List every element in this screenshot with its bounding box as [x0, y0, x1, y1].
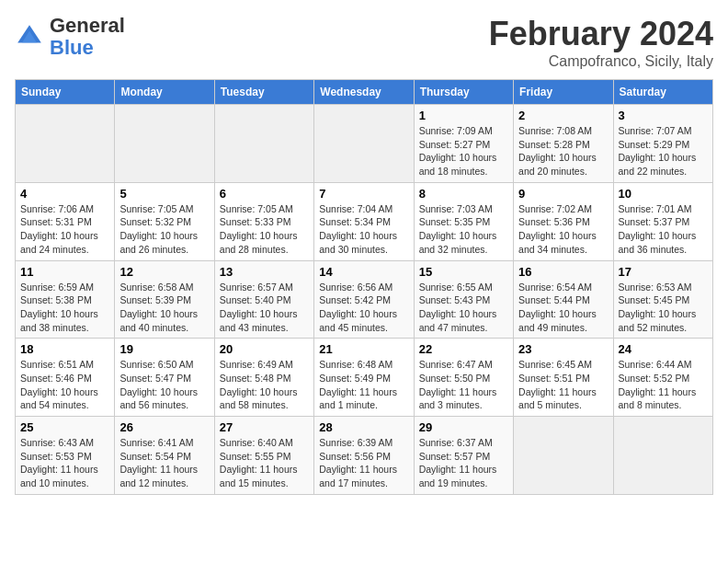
day-number: 12 — [119, 265, 209, 279]
cell-details: Sunrise: 7:05 AM Sunset: 5:33 PM Dayligh… — [220, 202, 309, 257]
calendar-cell: 16Sunrise: 6:54 AM Sunset: 5:44 PM Dayli… — [514, 260, 613, 339]
calendar-cell — [214, 105, 313, 183]
day-number: 18 — [20, 342, 109, 356]
calendar-cell: 11Sunrise: 6:59 AM Sunset: 5:38 PM Dayli… — [16, 260, 115, 339]
calendar-cell — [115, 105, 214, 183]
cell-details: Sunrise: 7:07 AM Sunset: 5:29 PM Dayligh… — [619, 124, 708, 178]
cell-details: Sunrise: 7:02 AM Sunset: 5:36 PM Dayligh… — [518, 202, 608, 257]
day-number: 4 — [20, 187, 109, 201]
cell-details: Sunrise: 6:41 AM Sunset: 5:54 PM Dayligh… — [119, 436, 209, 490]
cell-details: Sunrise: 6:47 AM Sunset: 5:50 PM Dayligh… — [419, 358, 508, 412]
calendar-cell — [314, 105, 414, 183]
day-number: 28 — [319, 420, 408, 434]
calendar-cell: 12Sunrise: 6:58 AM Sunset: 5:39 PM Dayli… — [115, 260, 214, 339]
calendar-cell — [16, 105, 115, 183]
cell-details: Sunrise: 7:03 AM Sunset: 5:35 PM Dayligh… — [419, 202, 508, 257]
day-number: 25 — [20, 420, 109, 434]
day-number: 7 — [319, 187, 408, 201]
day-number: 21 — [319, 342, 408, 356]
cell-details: Sunrise: 6:39 AM Sunset: 5:56 PM Dayligh… — [319, 436, 408, 490]
day-number: 16 — [518, 265, 608, 279]
day-number: 9 — [518, 187, 608, 201]
calendar-cell: 6Sunrise: 7:05 AM Sunset: 5:33 PM Daylig… — [214, 182, 313, 260]
day-number: 13 — [220, 265, 309, 279]
cell-details: Sunrise: 6:40 AM Sunset: 5:55 PM Dayligh… — [220, 436, 309, 490]
calendar-cell: 20Sunrise: 6:49 AM Sunset: 5:48 PM Dayli… — [214, 339, 313, 417]
day-number: 14 — [319, 265, 408, 279]
cell-details: Sunrise: 6:49 AM Sunset: 5:48 PM Dayligh… — [220, 358, 309, 412]
calendar-cell: 10Sunrise: 7:01 AM Sunset: 5:37 PM Dayli… — [613, 182, 712, 260]
logo-general: General — [50, 14, 125, 37]
day-number: 23 — [518, 342, 608, 356]
calendar-cell: 5Sunrise: 7:05 AM Sunset: 5:32 PM Daylig… — [115, 182, 214, 260]
day-number: 3 — [619, 109, 708, 122]
day-number: 11 — [20, 265, 109, 279]
calendar-cell: 19Sunrise: 6:50 AM Sunset: 5:47 PM Dayli… — [115, 339, 214, 417]
weekday-header: Monday — [115, 80, 214, 105]
cell-details: Sunrise: 7:08 AM Sunset: 5:28 PM Dayligh… — [518, 124, 608, 178]
cell-details: Sunrise: 7:09 AM Sunset: 5:27 PM Dayligh… — [419, 124, 508, 178]
calendar-cell: 9Sunrise: 7:02 AM Sunset: 5:36 PM Daylig… — [514, 182, 613, 260]
calendar-cell: 29Sunrise: 6:37 AM Sunset: 5:57 PM Dayli… — [414, 417, 513, 495]
cell-details: Sunrise: 6:44 AM Sunset: 5:52 PM Dayligh… — [619, 358, 708, 412]
weekday-header-row: SundayMondayTuesdayWednesdayThursdayFrid… — [16, 80, 713, 105]
logo-icon — [15, 22, 44, 52]
cell-details: Sunrise: 6:37 AM Sunset: 5:57 PM Dayligh… — [419, 436, 508, 490]
calendar-cell — [514, 417, 613, 495]
calendar-cell: 8Sunrise: 7:03 AM Sunset: 5:35 PM Daylig… — [414, 182, 513, 260]
calendar-cell: 26Sunrise: 6:41 AM Sunset: 5:54 PM Dayli… — [115, 417, 214, 495]
calendar-cell: 21Sunrise: 6:48 AM Sunset: 5:49 PM Dayli… — [314, 339, 414, 417]
day-number: 6 — [220, 187, 309, 201]
cell-details: Sunrise: 7:06 AM Sunset: 5:31 PM Dayligh… — [20, 202, 109, 257]
cell-details: Sunrise: 6:45 AM Sunset: 5:51 PM Dayligh… — [518, 358, 608, 412]
calendar-cell: 23Sunrise: 6:45 AM Sunset: 5:51 PM Dayli… — [514, 339, 613, 417]
weekday-header: Wednesday — [314, 80, 414, 105]
day-number: 15 — [419, 265, 508, 279]
cell-details: Sunrise: 6:51 AM Sunset: 5:46 PM Dayligh… — [20, 358, 109, 412]
day-number: 19 — [119, 342, 209, 356]
cell-details: Sunrise: 6:58 AM Sunset: 5:39 PM Dayligh… — [119, 281, 209, 335]
cell-details: Sunrise: 6:57 AM Sunset: 5:40 PM Dayligh… — [220, 281, 309, 335]
calendar-cell: 2Sunrise: 7:08 AM Sunset: 5:28 PM Daylig… — [514, 105, 613, 183]
calendar-cell — [613, 417, 712, 495]
calendar-week-row: 25Sunrise: 6:43 AM Sunset: 5:53 PM Dayli… — [16, 417, 713, 495]
calendar-cell: 1Sunrise: 7:09 AM Sunset: 5:27 PM Daylig… — [414, 105, 513, 183]
month-title: February 2024 — [489, 15, 713, 53]
cell-details: Sunrise: 7:01 AM Sunset: 5:37 PM Dayligh… — [619, 202, 708, 257]
day-number: 24 — [619, 342, 708, 356]
cell-details: Sunrise: 6:55 AM Sunset: 5:43 PM Dayligh… — [419, 281, 508, 335]
calendar-cell: 28Sunrise: 6:39 AM Sunset: 5:56 PM Dayli… — [314, 417, 414, 495]
calendar-cell: 3Sunrise: 7:07 AM Sunset: 5:29 PM Daylig… — [613, 105, 712, 183]
day-number: 22 — [419, 342, 508, 356]
weekday-header: Friday — [514, 80, 613, 105]
weekday-header: Thursday — [414, 80, 513, 105]
day-number: 1 — [419, 109, 508, 122]
cell-details: Sunrise: 6:53 AM Sunset: 5:45 PM Dayligh… — [619, 281, 708, 335]
day-number: 26 — [119, 420, 209, 434]
cell-details: Sunrise: 7:04 AM Sunset: 5:34 PM Dayligh… — [319, 202, 408, 257]
calendar-week-row: 1Sunrise: 7:09 AM Sunset: 5:27 PM Daylig… — [16, 105, 713, 183]
logo: General Blue — [15, 15, 125, 59]
day-number: 29 — [419, 420, 508, 434]
calendar-cell: 15Sunrise: 6:55 AM Sunset: 5:43 PM Dayli… — [414, 260, 513, 339]
day-number: 5 — [119, 187, 209, 201]
calendar-cell: 24Sunrise: 6:44 AM Sunset: 5:52 PM Dayli… — [613, 339, 712, 417]
calendar-cell: 22Sunrise: 6:47 AM Sunset: 5:50 PM Dayli… — [414, 339, 513, 417]
day-number: 20 — [220, 342, 309, 356]
calendar-cell: 14Sunrise: 6:56 AM Sunset: 5:42 PM Dayli… — [314, 260, 414, 339]
calendar-table: SundayMondayTuesdayWednesdayThursdayFrid… — [15, 79, 713, 495]
title-block: February 2024 Campofranco, Sicily, Italy — [489, 15, 713, 70]
day-number: 10 — [619, 187, 708, 201]
cell-details: Sunrise: 6:48 AM Sunset: 5:49 PM Dayligh… — [319, 358, 408, 412]
weekday-header: Saturday — [613, 80, 712, 105]
day-number: 2 — [518, 109, 608, 122]
day-number: 27 — [220, 420, 309, 434]
location: Campofranco, Sicily, Italy — [489, 53, 713, 70]
cell-details: Sunrise: 6:50 AM Sunset: 5:47 PM Dayligh… — [119, 358, 209, 412]
page-header: General Blue February 2024 Campofranco, … — [15, 15, 713, 70]
calendar-cell: 17Sunrise: 6:53 AM Sunset: 5:45 PM Dayli… — [613, 260, 712, 339]
weekday-header: Sunday — [16, 80, 115, 105]
cell-details: Sunrise: 6:56 AM Sunset: 5:42 PM Dayligh… — [319, 281, 408, 335]
logo-blue: Blue — [50, 36, 94, 59]
calendar-week-row: 18Sunrise: 6:51 AM Sunset: 5:46 PM Dayli… — [16, 339, 713, 417]
